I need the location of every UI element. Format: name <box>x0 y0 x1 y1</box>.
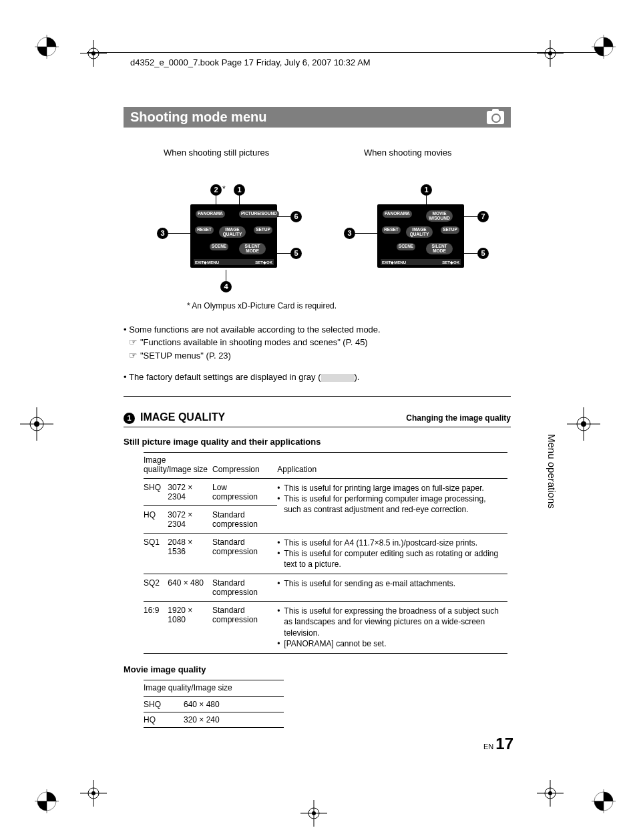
menu-set: SET <box>255 260 263 264</box>
th-application: Application <box>277 452 507 478</box>
menu-menu: MENU <box>394 260 406 264</box>
menu-movie-sound: MOVIE W/SOUND <box>426 210 453 222</box>
movie-caption: When shooting movies <box>364 148 452 158</box>
menu-setup: SETUP <box>441 226 459 234</box>
still-caption: When shooting still pictures <box>164 148 269 158</box>
note-functions: Some functions are not available accordi… <box>129 325 381 335</box>
crosshair-icon <box>537 780 564 807</box>
chapter-tab: Menu operations <box>544 427 560 515</box>
callout-3: 3 <box>344 228 355 239</box>
cell-c: Standard compression <box>212 574 277 602</box>
menu-reset: RESET <box>382 226 401 234</box>
still-quality-table: Image quality/Image size Compression App… <box>144 452 507 654</box>
section-title: Shooting mode menu <box>130 110 266 125</box>
page-prefix: EN <box>483 743 493 751</box>
cell-c: Low compression <box>212 478 277 505</box>
menu-silent: SILENT MODE <box>239 243 266 254</box>
camera-icon <box>487 111 504 124</box>
cell-app: This is useful for expressing the broadn… <box>277 602 507 654</box>
crosshair-icon <box>80 40 107 67</box>
movie-menu-screen: PANORAMA MOVIE W/SOUND RESET IMAGE QUALI… <box>377 204 464 268</box>
app-bullet: This is useful for performing computer i… <box>277 493 503 515</box>
menu-ok: OK <box>453 260 459 264</box>
page-number: EN 17 <box>483 734 513 753</box>
cell-s: 2048 × 1536 <box>168 533 212 574</box>
menu-exit: EXIT <box>382 260 391 264</box>
note-default-a: The factory default settings are display… <box>129 372 321 382</box>
pointer-icon: ☞ <box>129 336 138 349</box>
cell-q: SQ2 <box>144 574 168 602</box>
menu-scene: SCENE <box>397 243 415 250</box>
pointer-icon: ☞ <box>129 349 138 363</box>
xd-card-footnote: * An Olympus xD-Picture Card is required… <box>187 301 511 310</box>
section-title-bar: Shooting mode menu <box>124 107 511 128</box>
ref-functions: "Functions available in shooting modes a… <box>140 337 368 347</box>
section-title: IMAGE QUALITY <box>140 411 225 423</box>
header-rule <box>87 52 597 53</box>
menu-silent: SILENT MODE <box>426 243 453 254</box>
app-bullet: This is useful for sending as e-mail att… <box>277 578 503 589</box>
still-heading: Still picture image quality and their ap… <box>124 437 511 447</box>
movie-quality-table: Image quality/Image size SHQ 640 × 480 H… <box>144 680 284 728</box>
notes-block: • Some functions are not available accor… <box>124 324 511 384</box>
menu-scene: SCENE <box>210 243 228 250</box>
menu-ok: OK <box>266 260 272 264</box>
section-number: 1 <box>124 413 135 424</box>
page-content: Shooting mode menu When shooting still p… <box>124 107 511 728</box>
cell-c: Standard compression <box>212 505 277 533</box>
cell-q: SQ1 <box>144 533 168 574</box>
app-bullet: [PANORAMA] cannot be set. <box>277 638 503 649</box>
app-bullet: This is useful for expressing the broadn… <box>277 606 503 638</box>
cell-app: This is useful for printing large images… <box>277 478 507 533</box>
crosshair-icon <box>20 407 53 441</box>
registration-mark-icon <box>592 35 616 59</box>
menu-image-quality: IMAGE QUALITY <box>219 226 246 238</box>
app-bullet: This is useful for printing large images… <box>277 483 503 493</box>
frame-header: d4352_e_0000_7.book Page 17 Friday, July… <box>130 57 371 67</box>
callout-1: 1 <box>234 184 245 196</box>
image-quality-heading: 1 IMAGE QUALITY Changing the image quali… <box>124 411 511 424</box>
cell-app: This is useful for A4 (11.7×8.5 in.)/pos… <box>277 533 507 574</box>
th-quality-size: Image quality/Image size <box>144 452 212 478</box>
crosshair-icon <box>80 780 107 807</box>
registration-mark-icon <box>35 35 59 59</box>
cell-s: 320 × 240 <box>184 712 284 727</box>
menu-picture-sound: PICTURE/SOUND <box>239 210 279 218</box>
cell-q: SHQ <box>144 696 184 712</box>
cell-s: 1920 × 1080 <box>168 602 212 654</box>
cell-q: SHQ <box>144 478 168 505</box>
menu-set: SET <box>442 260 450 264</box>
crosshair-icon <box>300 800 327 827</box>
callout-5: 5 <box>290 248 302 259</box>
callout-7: 7 <box>477 211 489 222</box>
cell-s: 3072 × 2304 <box>168 505 212 533</box>
menu-panorama: PANORAMA <box>383 210 412 218</box>
menu-image-quality: IMAGE QUALITY <box>406 226 433 238</box>
section-subtitle: Changing the image quality <box>406 413 511 423</box>
movie-heading: Movie image quality <box>124 664 511 674</box>
still-menu-screen: PANORAMA PICTURE/SOUND RESET IMAGE QUALI… <box>190 204 277 268</box>
cell-c: Standard compression <box>212 533 277 574</box>
cell-s: 640 × 480 <box>168 574 212 602</box>
menu-reset: RESET <box>195 226 214 234</box>
callout-3: 3 <box>157 228 168 239</box>
asterisk: * <box>222 184 226 194</box>
crosshair-icon <box>537 40 564 67</box>
menu-menu: MENU <box>207 260 219 264</box>
th-movie: Image quality/Image size <box>144 680 284 696</box>
callout-5: 5 <box>477 248 489 259</box>
menu-exit: EXIT <box>195 260 204 264</box>
cell-app: This is useful for sending as e-mail att… <box>277 574 507 602</box>
menu-panorama: PANORAMA <box>196 210 225 218</box>
cell-q: HQ <box>144 505 168 533</box>
menu-diagrams: When shooting still pictures When shooti… <box>124 148 511 294</box>
cell-c: Standard compression <box>212 602 277 654</box>
app-bullet: This is useful for A4 (11.7×8.5 in.)/pos… <box>277 538 503 548</box>
menu-setup: SETUP <box>254 226 272 234</box>
callout-2: 2 <box>210 184 222 196</box>
callout-4: 4 <box>220 281 232 292</box>
cell-q: 16:9 <box>144 602 168 654</box>
registration-mark-icon <box>35 789 59 813</box>
cell-s: 3072 × 2304 <box>168 478 212 505</box>
registration-mark-icon <box>592 789 616 813</box>
